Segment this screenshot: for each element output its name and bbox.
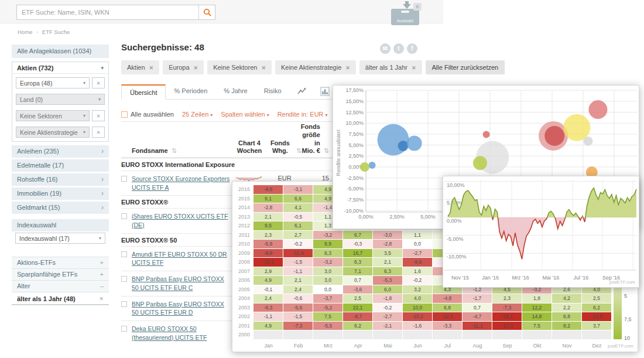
sort-icon[interactable]: ⇅ <box>172 147 177 155</box>
heatmap-cell: 2,3 <box>254 231 283 240</box>
clear-filter-icon[interactable]: ✕ <box>92 127 105 138</box>
search-button[interactable] <box>198 5 215 19</box>
svg-text:15,00%: 15,00% <box>345 98 364 104</box>
close-icon[interactable]: ✕ <box>99 292 104 304</box>
search-bar <box>16 5 215 20</box>
tab-line-chart-icon[interactable] <box>290 84 313 99</box>
filter-chip[interactable]: Keine Aktienstrategie✕ <box>275 60 356 74</box>
tab-risiko[interactable]: Risiko <box>256 84 290 99</box>
fund-link[interactable]: BNP Paribas Easy EURO STOXX 50 UCITS ETF… <box>132 300 231 317</box>
clear-filter-icon[interactable]: ✕ <box>92 110 105 121</box>
svg-text:-5,00%: -5,00% <box>347 186 364 192</box>
facebook-icon[interactable]: f <box>407 43 417 54</box>
svg-text:7,50%: 7,50% <box>348 131 364 137</box>
heatmap-cell: 1,6 <box>403 267 433 277</box>
sidebar-item-all-classes[interactable]: Alle Anlageklassen (1034) <box>12 45 109 58</box>
heatmap-cell: -17,3 <box>492 322 522 331</box>
close-icon[interactable]: ✕ <box>412 65 416 71</box>
rows-per-page-dropdown[interactable]: 25 Zeilen ▾ <box>182 111 213 118</box>
close-icon[interactable]: ✕ <box>261 65 266 71</box>
close-icon[interactable]: ✕ <box>345 65 350 71</box>
filter-select[interactable]: Keine Aktienstrategie▾ <box>16 127 90 138</box>
heatmap-cell: 3,2 <box>403 285 433 295</box>
heatmap-cell: 7,1 <box>343 267 373 277</box>
heatmap-cell: 6,3 <box>343 258 373 267</box>
filter-select[interactable]: Land (0)▾ <box>16 94 105 105</box>
heatmap-cell: -12,1 <box>433 312 463 322</box>
heatmap-year-label: 2016 <box>234 185 254 195</box>
filter-chip[interactable]: Aktien✕ <box>121 60 159 74</box>
currency-dropdown[interactable]: Rendite in: EUR ▾ <box>278 111 328 118</box>
search-input[interactable] <box>17 5 198 19</box>
sidebar-toggle[interactable]: Alter– <box>12 280 109 292</box>
breadcrumb-separator: › <box>36 29 38 35</box>
sort-icon[interactable]: ⇅ <box>324 147 329 155</box>
breadcrumb-home[interactable]: Home <box>18 29 32 35</box>
fund-link[interactable]: BNP Paribas Easy EURO STOXX 50 UCITS ETF… <box>132 275 231 292</box>
watermark: justETF.com <box>609 279 635 285</box>
heatmap-cell: 3,5 <box>373 249 403 258</box>
heatmap-month-label: Nov <box>552 340 582 349</box>
sidebar-item[interactable]: Immobilien (19)› <box>12 187 109 200</box>
reset-filters-button[interactable]: Alle Filter zurücksetzen <box>426 60 505 74</box>
tab--jahre[interactable]: % Jahre <box>215 84 255 99</box>
search-icon <box>203 8 211 16</box>
tab--perioden[interactable]: % Perioden <box>166 84 215 99</box>
heatmap-cell: -9,8 <box>254 249 283 258</box>
heatmap-year-label: 2006 <box>234 276 254 285</box>
close-icon[interactable]: ✕ <box>149 65 154 71</box>
filter-select[interactable]: Keine Sektoren▾ <box>16 110 90 121</box>
heatmap-cell: -3,2 <box>313 231 343 240</box>
fund-link[interactable]: Source STOXX Eurozone Exporters UCITS ET… <box>132 175 231 192</box>
heatmap-cell <box>373 330 403 340</box>
filter-chip[interactable]: älter als 1 Jahr✕ <box>359 60 422 74</box>
heatmap-cell: 6,8 <box>552 312 582 322</box>
row-checkbox[interactable] <box>121 251 127 257</box>
row-checkbox[interactable] <box>121 301 127 307</box>
index-select[interactable]: Indexauswahl (17) ▾ <box>15 233 105 244</box>
close-icon[interactable]: ✕ <box>194 65 198 71</box>
tab-übersicht[interactable]: Übersicht <box>121 84 166 100</box>
line-chart-icon <box>297 87 306 96</box>
heatmap-year-label: 2004 <box>234 294 254 304</box>
fund-link[interactable]: Amundi ETF EURO STOXX 50 DR UCITS ETF <box>132 250 231 267</box>
chevron-right-icon: › <box>101 173 104 186</box>
heatmap-cell: 10,0 <box>403 304 433 313</box>
sidebar-item-label: Edelmetalle (17) <box>17 159 64 172</box>
clear-filter-icon[interactable]: ✕ <box>92 77 105 88</box>
row-checkbox[interactable] <box>121 326 127 332</box>
heatmap-cell: -15,1 <box>254 258 283 267</box>
row-checkbox[interactable] <box>121 276 127 282</box>
row-checkbox[interactable] <box>121 213 127 219</box>
chevron-down-icon: ▾ <box>267 112 269 118</box>
sidebar-item[interactable]: Geldmarkt (15)› <box>12 202 109 214</box>
heatmap-cell: -0,2 <box>403 276 433 285</box>
heatmap-cell: 6,1 <box>283 221 313 231</box>
twitter-icon[interactable]: t <box>393 43 404 54</box>
email-icon[interactable]: ✉ <box>380 43 390 54</box>
filter-select[interactable]: Europa (48)▾ <box>16 77 90 88</box>
filter-chip[interactable]: Europa✕ <box>163 60 204 74</box>
heatmap-cell: 2,3 <box>492 294 522 304</box>
fund-link[interactable]: iShares EURO STOXX UCITS ETF (DE) <box>132 212 231 229</box>
select-all-checkbox[interactable]: Alle auswählen <box>121 111 174 118</box>
filter-chip[interactable]: Keine Sektoren✕ <box>207 60 272 74</box>
heatmap-month-label: Apr <box>343 340 373 349</box>
heatmap-cell: -3,2 <box>313 258 343 267</box>
sidebar-toggle[interactable]: Aktions-ETFs+ <box>12 257 109 268</box>
sidebar-item[interactable]: Anleihen (235)› <box>12 145 109 158</box>
selection-basket[interactable]: Auswahl 0 <box>389 3 422 28</box>
sidebar-item[interactable]: Rohstoffe (16)› <box>12 173 109 186</box>
choose-columns-dropdown[interactable]: Spalten wählen ▾ <box>221 111 269 118</box>
sidebar-filter-age[interactable]: älter als 1 Jahr (48) ✕ <box>12 292 109 305</box>
heatmap-month-label: Jun <box>403 340 433 349</box>
sidebar-section-aktien-header[interactable]: Aktien (732) ▾ <box>12 62 108 74</box>
heatmap-cell: 4,2 <box>552 294 582 304</box>
row-checkbox[interactable] <box>121 176 127 182</box>
chevron-right-icon: › <box>101 187 104 200</box>
sidebar-toggle[interactable]: Sparplanfähige ETFs+ <box>12 268 109 280</box>
chevron-right-icon: › <box>101 202 104 214</box>
sidebar-item[interactable]: Edelmetalle (17) <box>12 159 109 172</box>
fund-link[interactable]: Deka EURO STOXX 50 (thesaurierend) UCITS… <box>132 325 231 342</box>
heatmap-cell: -4,7 <box>463 312 492 322</box>
